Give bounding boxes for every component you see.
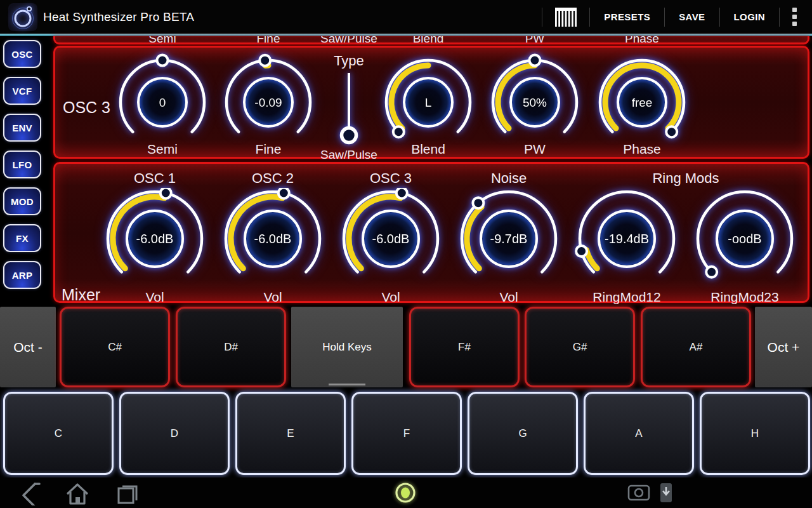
home-icon[interactable] — [63, 480, 91, 505]
record-indicator[interactable] — [393, 481, 417, 505]
key-c-sharp[interactable]: C# — [60, 307, 170, 387]
sidebar-item-fx[interactable]: FX — [3, 224, 41, 252]
knob-label: Vol — [214, 290, 332, 305]
key-g-sharp[interactable]: G# — [525, 307, 635, 387]
knob-ringmod23[interactable]: -oodB RingMod23 — [686, 164, 804, 305]
system-navbar: TEGRA 3 .ru — [0, 478, 812, 508]
panel-scroll-area[interactable]: Semi Fine Saw/Pulse Blend PW Phase OSC 3… — [53, 36, 809, 305]
knob-dial[interactable]: -9.7dB — [450, 188, 568, 290]
knob-dial[interactable]: -6.0dB — [332, 188, 450, 290]
knob-header: OSC 2 — [214, 170, 332, 187]
key-f[interactable]: F — [351, 392, 462, 475]
knob-header: OSC 1 — [96, 170, 214, 187]
knob-dial[interactable]: 50% — [484, 53, 586, 149]
knob-semi[interactable]: 0 Semi — [112, 48, 213, 161]
svg-text:-0.09: -0.09 — [254, 96, 282, 109]
overflow-menu-icon[interactable] — [780, 0, 807, 34]
knob-pw[interactable]: 50% PW — [484, 48, 586, 161]
clipped-label: Saw/Pulse — [304, 36, 393, 44]
hold-keys-indicator — [329, 384, 365, 385]
key-d[interactable]: D — [119, 392, 230, 475]
app-title: Heat Synthesizer Pro BETA — [43, 10, 194, 24]
key-a[interactable]: A — [584, 392, 694, 475]
svg-text:50%: 50% — [523, 96, 547, 109]
slider-bottom-label: Saw/Pulse — [311, 148, 387, 162]
svg-text:-19.4dB: -19.4dB — [605, 232, 649, 246]
knob-label: Fine — [218, 142, 319, 157]
knob-fine[interactable]: -0.09 Fine — [218, 48, 319, 161]
presets-button[interactable]: PRESETS — [590, 0, 664, 34]
clipped-label: Blend — [384, 36, 473, 44]
key-e[interactable]: E — [235, 392, 346, 475]
screenshot-camera-icon[interactable] — [627, 483, 651, 503]
panel-title: Mixer — [62, 286, 100, 304]
clipped-label: Semi — [118, 36, 207, 44]
key-h[interactable]: H — [700, 392, 810, 475]
app-screen: Heat Synthesizer Pro BETA PRESETS SAVE — [0, 0, 812, 508]
knob-dial[interactable]: -6.0dB — [96, 188, 214, 290]
knob-dial[interactable]: -0.09 — [218, 53, 319, 149]
key-a-sharp[interactable]: A# — [641, 307, 751, 387]
save-button[interactable]: SAVE — [665, 0, 719, 34]
knob-dial[interactable]: -oodB — [686, 188, 804, 290]
sidebar-item-env[interactable]: ENV — [3, 114, 41, 142]
back-icon[interactable] — [15, 480, 41, 505]
knob-label: Vol — [450, 290, 568, 305]
svg-text:-6.0dB: -6.0dB — [136, 232, 174, 246]
octave-down-button[interactable]: Oct - — [0, 307, 56, 387]
download-icon[interactable] — [660, 483, 672, 503]
svg-text:0: 0 — [159, 96, 166, 109]
knob-blend[interactable]: L Blend — [377, 48, 479, 161]
clipped-label: Fine — [224, 36, 313, 44]
slider-track[interactable] — [330, 70, 368, 148]
knob-label: Semi — [112, 142, 213, 157]
knob-label: Phase — [591, 142, 693, 157]
knob-osc3-vol[interactable]: OSC 3 -6.0dB Vol — [332, 164, 450, 305]
knob-header: OSC 3 — [332, 170, 450, 187]
app-logo-icon[interactable] — [8, 3, 37, 31]
hold-keys-button[interactable]: Hold Keys — [291, 307, 403, 387]
knob-osc2-vol[interactable]: OSC 2 -6.0dB Vol — [214, 164, 332, 305]
mixer-panel: Mixer Ring Mods OSC 1 -6.0dB Vol OSC 2 -… — [53, 162, 809, 303]
knob-phase[interactable]: free Phase — [591, 48, 693, 161]
key-g[interactable]: G — [468, 392, 578, 475]
key-f-sharp[interactable]: F# — [409, 307, 520, 387]
action-bar: Heat Synthesizer Pro BETA PRESETS SAVE — [0, 0, 812, 34]
sidebar-item-lfo[interactable]: LFO — [3, 150, 41, 178]
recents-icon[interactable] — [114, 480, 141, 505]
clipped-label: Phase — [598, 36, 686, 44]
knob-label: Vol — [332, 290, 450, 305]
slider-handle — [342, 128, 357, 143]
knob-label: Blend — [377, 142, 479, 157]
svg-text:-oodB: -oodB — [728, 232, 761, 246]
knob-noise-vol[interactable]: Noise -9.7dB Vol — [450, 164, 568, 305]
knob-label: Vol — [96, 290, 214, 305]
knob-dial[interactable]: 0 — [112, 53, 213, 149]
knob-dial[interactable]: -6.0dB — [214, 188, 332, 290]
sidebar-item-vcf[interactable]: VCF — [3, 77, 41, 105]
black-key-row: Oct - C# D# Hold Keys F# G# A# Oct + — [0, 307, 812, 387]
piano-keyboard-button[interactable] — [542, 0, 589, 34]
key-d-sharp[interactable]: D# — [176, 307, 286, 387]
osc2-panel-clipped: Semi Fine Saw/Pulse Blend PW Phase — [53, 36, 809, 44]
knob-header: Noise — [450, 170, 568, 187]
type-slider[interactable]: Type Saw/Pulse — [311, 48, 387, 161]
sidebar: OSC VCF ENV LFO MOD FX ARP — [0, 36, 53, 305]
octave-up-button[interactable]: Oct + — [755, 307, 812, 387]
knob-osc1-vol[interactable]: OSC 1 -6.0dB Vol — [96, 164, 214, 305]
knob-dial[interactable]: L — [377, 53, 479, 149]
key-c[interactable]: C — [3, 392, 114, 475]
main-area: OSC VCF ENV LFO MOD FX ARP Semi Fine Saw… — [0, 36, 812, 305]
knob-dial[interactable]: -19.4dB — [568, 188, 686, 290]
svg-text:-6.0dB: -6.0dB — [372, 232, 410, 246]
sidebar-item-arp[interactable]: ARP — [3, 261, 41, 289]
knob-dial[interactable]: free — [591, 53, 693, 149]
knob-ringmod12[interactable]: -19.4dB RingMod12 — [568, 164, 686, 305]
knob-label: RingMod23 — [686, 290, 804, 305]
sidebar-item-mod[interactable]: MOD — [3, 187, 41, 215]
slider-top-label: Type — [311, 53, 387, 69]
svg-text:-9.7dB: -9.7dB — [490, 232, 528, 246]
login-button[interactable]: LOGIN — [720, 0, 780, 34]
sidebar-item-osc[interactable]: OSC — [3, 40, 41, 68]
knob-label: PW — [484, 142, 586, 157]
